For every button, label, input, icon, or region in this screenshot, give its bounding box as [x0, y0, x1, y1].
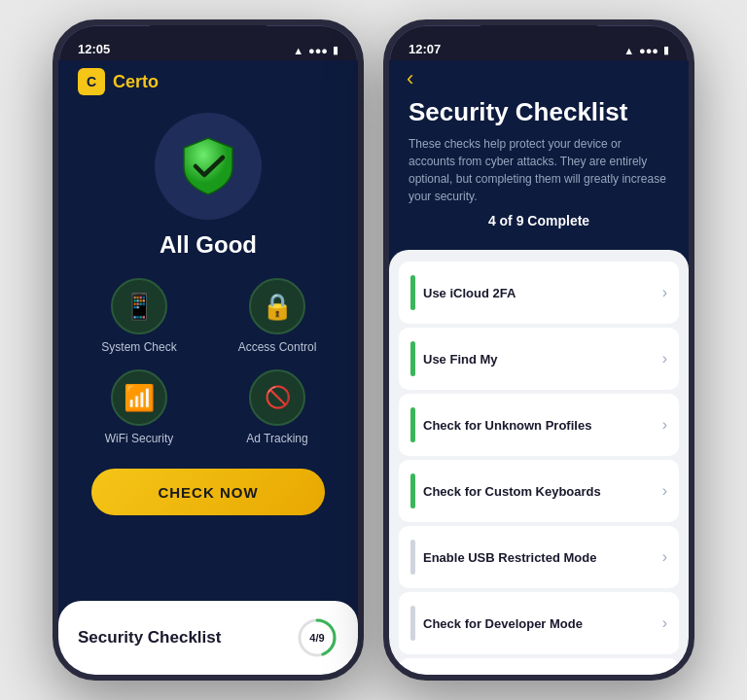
shield-area: All Good [155, 113, 262, 259]
item-indicator-custom-keyboards [410, 473, 415, 508]
security-checklist-card[interactable]: Security Checklist 4/9 [58, 601, 358, 675]
phone1-content: C Certo All Good 📱 [58, 60, 358, 675]
item-label-findmy: Use Find My [423, 352, 655, 367]
system-check-icon: 📱 [111, 278, 167, 334]
ad-tracking-icon: 🚫 [249, 369, 305, 426]
ad-tracking-label: Ad Tracking [246, 432, 307, 445]
certo-logo-icon: C [78, 68, 105, 95]
access-control-icon: 🔒 [249, 278, 305, 334]
feature-grid: 📱 System Check 🔒 Access Control 📶 WiFi S… [58, 278, 358, 445]
status-icons-1: ▲ ●●● ▮ [293, 44, 338, 56]
shield-background [155, 113, 262, 220]
phone2-main: ‹ Security Checklist These checks help p… [389, 60, 689, 675]
checklist-item-findmy[interactable]: Use Find My › [399, 328, 679, 390]
shield-icon [174, 132, 242, 200]
check-now-button[interactable]: CHECK NOW [91, 469, 325, 515]
chevron-usb-restricted: › [662, 548, 667, 566]
signal-icon-2: ●●● [639, 45, 658, 56]
phone-1: 12:05 ▲ ●●● ▮ C Certo [53, 19, 364, 681]
phone-2: 12:07 ▲ ●●● ▮ ‹ Security Checklist These… [383, 19, 694, 681]
chevron-unknown-profiles: › [662, 416, 667, 434]
wifi-icon-2: ▲ [623, 45, 634, 56]
checklist-list: Use iCloud 2FA › Use Find My › Check for… [389, 250, 689, 675]
item-indicator-findmy [410, 341, 415, 376]
item-indicator-review-devices [410, 672, 415, 675]
checklist-item-custom-keyboards[interactable]: Check for Custom Keyboards › [399, 460, 679, 522]
all-good-label: All Good [160, 231, 257, 259]
progress-label: 4/9 [309, 632, 324, 644]
wifi-icon: ▲ [293, 45, 303, 56]
status-icons-2: ▲ ●●● ▮ [623, 44, 669, 56]
logo-bar: C Certo [58, 60, 358, 103]
checklist-header: Security Checklist These checks help pro… [389, 97, 689, 250]
signal-icon: ●●● [308, 45, 328, 56]
checklist-card-title: Security Checklist [78, 628, 221, 648]
notch [150, 25, 267, 49]
checklist-description: These checks help protect your device or… [409, 135, 669, 205]
item-indicator-unknown-profiles [410, 407, 415, 442]
item-label-custom-keyboards: Check for Custom Keyboards [423, 484, 655, 499]
battery-icon-2: ▮ [663, 44, 669, 56]
checklist-item-review-devices[interactable]: Review Devices in iCloud › [399, 658, 679, 675]
wifi-security-label: WiFi Security [105, 432, 174, 445]
system-check-label: System Check [101, 340, 176, 354]
battery-icon: ▮ [333, 44, 338, 56]
item-indicator-icloud2fa [410, 275, 415, 310]
certo-logo-text: Certo [113, 72, 159, 92]
chevron-findmy: › [662, 350, 667, 368]
notch-2 [480, 25, 597, 49]
wifi-security-item[interactable]: 📶 WiFi Security [78, 369, 200, 445]
item-label-unknown-profiles: Check for Unknown Profiles [423, 418, 655, 433]
item-label-developer-mode: Check for Developer Mode [423, 616, 655, 631]
checklist-item-unknown-profiles[interactable]: Check for Unknown Profiles › [399, 394, 679, 456]
back-button[interactable]: ‹ [389, 60, 689, 97]
ad-tracking-item[interactable]: 🚫 Ad Tracking [216, 369, 338, 445]
wifi-security-icon: 📶 [111, 369, 167, 426]
item-label-icloud2fa: Use iCloud 2FA [423, 286, 655, 300]
checklist-item-icloud2fa[interactable]: Use iCloud 2FA › [399, 262, 679, 324]
complete-count: 4 of 9 Complete [409, 213, 669, 228]
checklist-item-developer-mode[interactable]: Check for Developer Mode › [399, 592, 679, 654]
chevron-icloud2fa: › [662, 284, 667, 301]
chevron-custom-keyboards: › [662, 482, 667, 500]
item-label-usb-restricted: Enable USB Restricted Mode [423, 550, 655, 565]
status-time-2: 12:07 [409, 42, 441, 56]
checklist-item-usb-restricted[interactable]: Enable USB Restricted Mode › [399, 526, 679, 588]
item-indicator-usb-restricted [410, 540, 415, 575]
access-control-label: Access Control [238, 340, 317, 354]
item-indicator-developer-mode [410, 606, 415, 641]
status-time-1: 12:05 [78, 42, 110, 56]
access-control-item[interactable]: 🔒 Access Control [216, 278, 338, 354]
progress-circle: 4/9 [296, 616, 338, 659]
system-check-item[interactable]: 📱 System Check [78, 278, 200, 354]
chevron-developer-mode: › [662, 614, 667, 632]
checklist-title: Security Checklist [409, 97, 669, 127]
